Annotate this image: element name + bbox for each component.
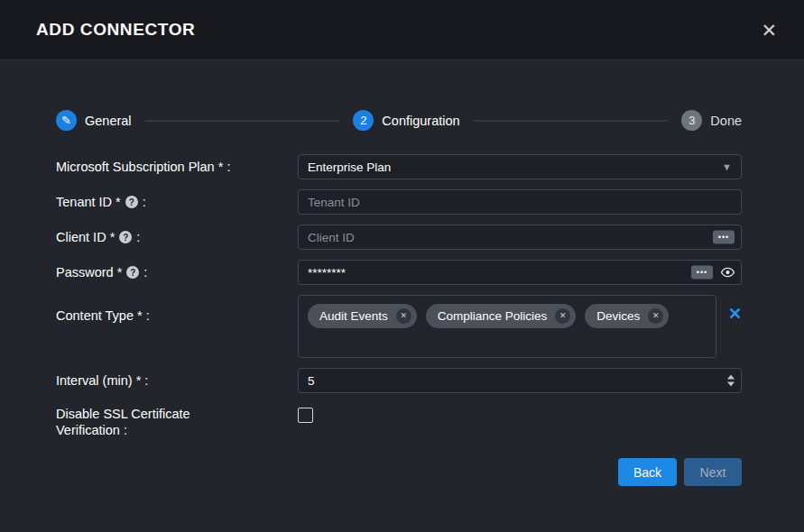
clear-all-icon[interactable]: ✕ bbox=[728, 306, 742, 322]
content-type-multiselect[interactable]: Audit Events ✕ Compliance Policies ✕ Dev… bbox=[298, 295, 716, 358]
step-connector-line bbox=[474, 120, 669, 122]
pencil-icon: ✎ bbox=[56, 110, 77, 131]
tenant-id-input[interactable] bbox=[298, 189, 742, 215]
subscription-plan-value: Enterprise Plan bbox=[308, 161, 391, 174]
tenant-id-control bbox=[298, 189, 742, 215]
modal-body: ✎ General 2 Configuration 3 Done Microso… bbox=[0, 60, 804, 532]
more-options-icon[interactable]: ••• bbox=[691, 266, 713, 280]
step-configuration-label: Configuration bbox=[382, 114, 459, 128]
password-row: Password * ? : ••• bbox=[56, 260, 742, 285]
subscription-plan-control: Enterprise Plan ▼ bbox=[298, 154, 742, 179]
tenant-id-label: Tenant ID * ? : bbox=[56, 194, 298, 211]
chevron-down-icon: ▼ bbox=[722, 161, 732, 172]
step-done-label: Done bbox=[710, 114, 742, 128]
subscription-plan-row: Microsoft Subscription Plan * : Enterpri… bbox=[56, 154, 742, 179]
client-id-input[interactable] bbox=[298, 225, 742, 250]
modal-header: ADD CONNECTOR ✕ bbox=[0, 0, 804, 60]
password-label: Password * ? : bbox=[56, 264, 298, 281]
content-type-row: Content Type * : Audit Events ✕ Complian… bbox=[56, 295, 742, 358]
help-icon[interactable]: ? bbox=[125, 196, 138, 208]
interval-row: Interval (min) * : bbox=[56, 368, 742, 393]
chip-audit-events: Audit Events ✕ bbox=[308, 304, 417, 328]
ssl-verification-label: Disable SSL Certificate Verification : bbox=[56, 406, 298, 438]
step-connector-line bbox=[145, 120, 340, 122]
more-options-icon[interactable]: ••• bbox=[713, 231, 735, 244]
step-2-indicator: 2 bbox=[353, 110, 374, 131]
back-button[interactable]: Back bbox=[618, 458, 677, 486]
help-icon[interactable]: ? bbox=[126, 266, 139, 279]
interval-label: Interval (min) * : bbox=[56, 372, 298, 390]
close-icon[interactable]: ✕ bbox=[761, 21, 777, 40]
chip-compliance-policies: Compliance Policies ✕ bbox=[426, 304, 577, 328]
password-control: ••• bbox=[298, 260, 742, 285]
subscription-plan-label: Microsoft Subscription Plan * : bbox=[56, 159, 298, 176]
stepper: ✎ General 2 Configuration 3 Done bbox=[56, 110, 742, 131]
interval-control bbox=[298, 368, 742, 393]
step-configuration[interactable]: 2 Configuration bbox=[353, 110, 459, 131]
next-button[interactable]: Next bbox=[684, 458, 742, 486]
content-type-label: Content Type * : bbox=[56, 307, 298, 325]
tenant-id-row: Tenant ID * ? : bbox=[56, 189, 742, 215]
chip-remove-icon[interactable]: ✕ bbox=[555, 308, 570, 324]
chip-remove-icon[interactable]: ✕ bbox=[396, 308, 411, 324]
content-type-control: Audit Events ✕ Compliance Policies ✕ Dev… bbox=[298, 295, 742, 358]
configuration-form: Microsoft Subscription Plan * : Enterpri… bbox=[56, 154, 742, 438]
show-password-eye-icon[interactable] bbox=[720, 265, 735, 280]
subscription-plan-select[interactable]: Enterprise Plan ▼ bbox=[298, 154, 742, 179]
ssl-verification-checkbox[interactable] bbox=[298, 408, 313, 423]
client-id-row: Client ID * ? : ••• bbox=[56, 225, 742, 250]
step-general[interactable]: ✎ General bbox=[56, 110, 132, 131]
chip-devices: Devices ✕ bbox=[585, 304, 669, 328]
chip-remove-icon[interactable]: ✕ bbox=[648, 308, 663, 324]
ssl-verification-row: Disable SSL Certificate Verification : bbox=[56, 406, 742, 438]
password-input[interactable] bbox=[298, 260, 742, 285]
step-general-label: General bbox=[85, 114, 132, 128]
ssl-verification-control bbox=[298, 406, 742, 427]
step-done[interactable]: 3 Done bbox=[681, 110, 742, 131]
interval-input[interactable] bbox=[298, 368, 742, 393]
help-icon[interactable]: ? bbox=[119, 231, 132, 243]
client-id-label: Client ID * ? : bbox=[56, 229, 298, 246]
modal-title: ADD CONNECTOR bbox=[36, 20, 195, 40]
number-stepper-icon[interactable] bbox=[727, 375, 735, 387]
step-3-indicator: 3 bbox=[681, 110, 702, 131]
footer-buttons: Back Next bbox=[56, 458, 742, 486]
add-connector-modal: ADD CONNECTOR ✕ ✎ General 2 Configuratio… bbox=[0, 0, 804, 532]
client-id-control: ••• bbox=[298, 225, 742, 250]
